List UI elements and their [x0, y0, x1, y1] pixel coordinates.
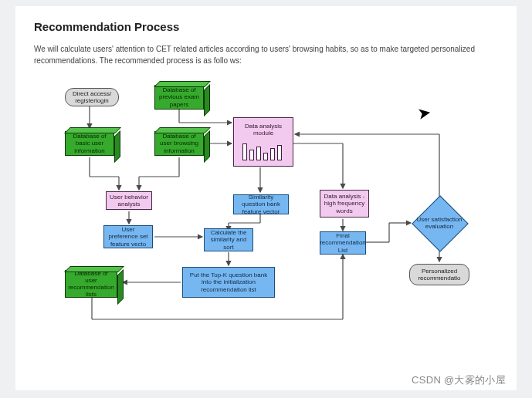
node-db-basic-user: Database of basic user information [65, 131, 114, 156]
page: Recommendation Process We will calculate… [15, 6, 517, 390]
node-personalized-rec: Personalized recommendatio [409, 264, 469, 285]
node-db-browsing: Database of user browsing information [154, 131, 204, 156]
node-calc-similarity: Calculate the similarity and sort [204, 228, 253, 251]
node-similarity-vector: Similarity question bank feature vector [233, 194, 289, 214]
node-put-topk: Put the Top-K question bank into the ini… [182, 267, 275, 298]
node-user-pref-vector: User preference set feature vecto [103, 225, 153, 248]
node-user-behavior: User behavior analysis [106, 191, 152, 210]
node-data-high-freq: Data analysis - high frequency words [320, 190, 369, 218]
node-db-user-rec: Database of user recommendation lists [65, 270, 117, 298]
node-final-list: Final recommendation List [320, 231, 366, 255]
flowchart-canvas: Direct access/ registerlogin Database of… [34, 80, 505, 366]
node-data-analysis-module-label: Data analysis module [236, 123, 290, 137]
bar-chart-icon [242, 143, 282, 160]
page-title: Recommendation Process [34, 20, 498, 33]
watermark-text: CSDN @大雾的小屋 [412, 373, 506, 387]
node-direct-access: Direct access/ registerlogin [65, 88, 119, 106]
node-db-prev-exam: Database of previous exam papers [154, 85, 204, 110]
intro-text: We will calculate users' attention to CE… [34, 44, 490, 66]
node-user-sat-eval: User satisfaction evaluation [412, 210, 466, 236]
